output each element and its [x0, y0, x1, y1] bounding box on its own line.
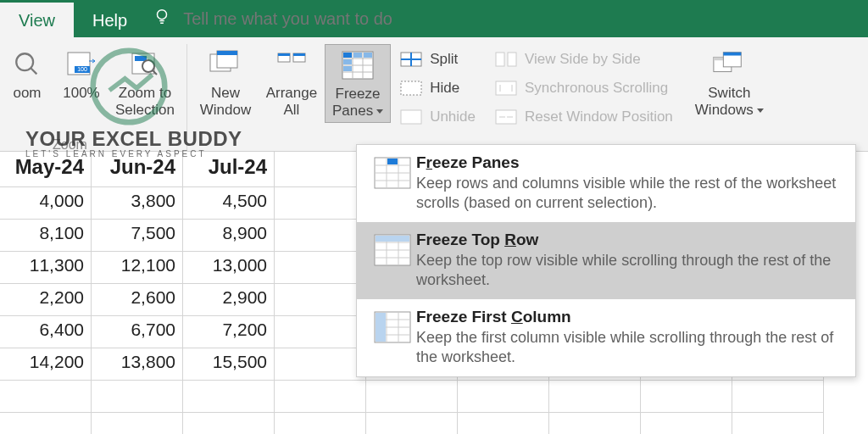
freeze-panes-menu-icon	[369, 153, 416, 212]
svg-rect-29	[496, 110, 516, 124]
cell[interactable]: 15,500	[183, 348, 275, 381]
cell[interactable]	[92, 381, 183, 413]
ribbon-group-window: New Window Arrange All Freeze Panes Spli…	[187, 44, 776, 152]
ribbon-tab-row: View Help	[0, 0, 868, 37]
side-by-side-label: View Side by Side	[525, 51, 641, 68]
cell[interactable]	[0, 381, 92, 413]
column-header[interactable]: Jun-24	[92, 152, 183, 187]
tell-me-input[interactable]	[183, 9, 488, 29]
menu-freeze-first-column[interactable]: Freeze First Column Keep the first colum…	[357, 299, 855, 376]
switch-label-1: Switch	[708, 85, 750, 102]
zoom-100-label: 100%	[63, 85, 99, 102]
ribbon-group-zoom: oom 100 100% Zoom to Selection Zoom	[0, 44, 187, 152]
cell[interactable]	[549, 381, 641, 413]
svg-rect-17	[353, 53, 362, 58]
cell[interactable]	[641, 413, 732, 434]
svg-point-1	[16, 53, 33, 70]
tab-help[interactable]: Help	[74, 3, 146, 37]
switch-windows-button[interactable]: Switch Windows	[688, 44, 771, 121]
menu-freeze-first-col-title: Freeze First Column	[416, 308, 843, 326]
cell[interactable]	[183, 381, 275, 413]
zoom-to-selection-button[interactable]: Zoom to Selection	[108, 44, 181, 121]
split-button[interactable]: Split	[399, 47, 476, 71]
svg-rect-18	[364, 53, 372, 58]
cell[interactable]	[458, 381, 549, 413]
new-window-icon	[209, 47, 242, 81]
zoom-label: oom	[13, 85, 41, 102]
cell[interactable]	[732, 381, 824, 413]
svg-rect-33	[724, 53, 742, 56]
lightbulb-icon	[153, 7, 171, 31]
cell[interactable]	[275, 187, 366, 220]
cell[interactable]: 7,200	[183, 316, 275, 348]
freeze-top-row-icon	[369, 231, 416, 289]
cell[interactable]	[275, 284, 366, 316]
new-window-label-1: New	[211, 85, 240, 102]
menu-freeze-top-row-desc: Keep the top row visible while scrolling…	[416, 251, 843, 289]
column-header[interactable]: May-24	[0, 152, 92, 187]
unhide-label: Unhide	[430, 108, 476, 125]
cell[interactable]: 7,500	[92, 220, 183, 252]
menu-freeze-top-row-title: Freeze Top Row	[416, 231, 843, 249]
sync-scroll-label: Synchronous Scrolling	[525, 80, 668, 97]
cell[interactable]	[92, 413, 183, 434]
cell[interactable]: 13,000	[183, 252, 275, 284]
svg-rect-28	[496, 81, 516, 95]
cell[interactable]	[275, 381, 366, 413]
cell[interactable]: 3,800	[92, 187, 183, 220]
arrange-all-icon	[275, 47, 309, 81]
chevron-down-icon	[376, 109, 383, 114]
cell[interactable]	[732, 413, 824, 434]
menu-freeze-panes[interactable]: Freeze Panes Keep rows and columns visib…	[357, 145, 855, 222]
hide-button[interactable]: Hide	[399, 76, 476, 100]
freeze-panes-button[interactable]: Freeze Panes	[325, 44, 391, 123]
cell[interactable]: 13,800	[92, 348, 183, 381]
menu-freeze-top-row[interactable]: Freeze Top Row Keep the top row visible …	[357, 222, 855, 299]
freeze-label-2: Panes	[332, 103, 383, 120]
cell[interactable]	[641, 381, 732, 413]
cell[interactable]: 11,300	[0, 252, 92, 284]
cell[interactable]	[275, 316, 366, 348]
cell[interactable]	[549, 413, 641, 434]
arrange-all-button[interactable]: Arrange All	[259, 44, 325, 121]
cell[interactable]	[0, 413, 92, 434]
switch-windows-icon	[712, 47, 746, 81]
cell[interactable]	[275, 413, 366, 434]
menu-freeze-first-col-desc: Keep the first column visible while scro…	[416, 328, 843, 366]
cell[interactable]	[183, 413, 275, 434]
column-header[interactable]: Jul-24	[183, 152, 275, 187]
cell[interactable]: 4,500	[183, 187, 275, 220]
column-header[interactable]	[275, 152, 366, 187]
cell[interactable]: 6,400	[0, 316, 92, 348]
sync-scroll-icon	[494, 80, 518, 97]
cell[interactable]: 12,100	[92, 252, 183, 284]
svg-text:100: 100	[77, 66, 87, 72]
cell[interactable]	[458, 413, 549, 434]
cell[interactable]	[366, 413, 458, 434]
cell[interactable]: 6,700	[92, 316, 183, 348]
cell[interactable]	[366, 381, 458, 413]
zoom-button[interactable]: oom	[0, 44, 54, 105]
cell[interactable]	[275, 220, 366, 252]
cell[interactable]: 2,900	[183, 284, 275, 316]
cell[interactable]: 2,200	[0, 284, 92, 316]
ribbon: oom 100 100% Zoom to Selection Zoom New …	[0, 37, 868, 152]
cell[interactable]	[275, 348, 366, 381]
svg-rect-14	[293, 53, 305, 56]
zoom-100-button[interactable]: 100 100%	[54, 44, 108, 105]
tab-view[interactable]: View	[0, 3, 74, 37]
cell[interactable]: 8,900	[183, 220, 275, 252]
cell[interactable]	[275, 252, 366, 284]
new-window-button[interactable]: New Window	[192, 44, 259, 121]
cell[interactable]: 14,200	[0, 348, 92, 381]
svg-rect-25	[401, 110, 421, 124]
side-by-side-icon	[494, 51, 518, 68]
tell-me-wrap	[153, 7, 488, 37]
cell[interactable]: 4,000	[0, 187, 92, 220]
switch-label-2: Windows	[695, 102, 764, 119]
cell[interactable]: 8,100	[0, 220, 92, 252]
menu-freeze-panes-desc: Keep rows and columns visible while the …	[416, 174, 843, 212]
reset-pos-label: Reset Window Position	[525, 108, 673, 125]
cell[interactable]: 2,600	[92, 284, 183, 316]
new-window-label-2: Window	[200, 102, 251, 119]
